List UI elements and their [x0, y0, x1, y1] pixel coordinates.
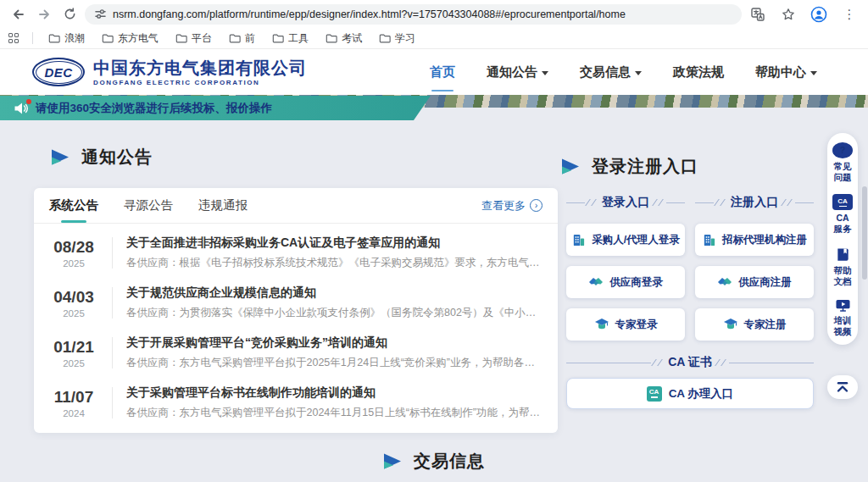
folder-icon — [272, 33, 284, 43]
speaker-icon — [14, 102, 29, 115]
button-label: 供应商注册 — [738, 275, 792, 290]
banner-notice-text: 请使用360安全浏览器进行后续投标、报价操作 — [36, 101, 272, 116]
nav-notices[interactable]: 通知公告 — [487, 64, 548, 80]
back-to-top-button[interactable] — [827, 375, 858, 399]
transactions-section-title: 交易信息 — [0, 450, 868, 473]
bookmark-folder[interactable]: 平台 — [169, 30, 219, 47]
notice-date-md: 08/28 — [49, 238, 98, 257]
tab-violation-reports[interactable]: 违规通报 — [198, 188, 248, 223]
view-more-link[interactable]: 查看更多 › — [481, 198, 542, 213]
training-video-shortcut[interactable]: 培训视频 — [832, 298, 853, 337]
site-settings-icon — [95, 8, 106, 19]
entry-buttons-grid: 采购人/代理人登录 招标代理机构注册 供应商登录 供应商注册 专家登录 专家注册 — [566, 224, 814, 341]
bookmarks-bar: 浪潮 东方电气 平台 前 工具 考试 学习 — [0, 28, 868, 49]
translate-button[interactable] — [748, 4, 768, 25]
quick-access-sidebar: ? 常见问题 CA CA服务 帮助文档 培训视频 — [827, 133, 858, 345]
ca-service-icon: CA — [832, 194, 853, 210]
back-to-top-icon — [836, 381, 849, 393]
shortcut-label: 常见问题 — [832, 161, 853, 183]
tab-system-notices[interactable]: 系统公告 — [49, 188, 98, 223]
notice-row[interactable]: 11/07 2024 关于采购管理平台标书在线制作功能培训的通知 各供应商：东方… — [34, 378, 558, 428]
translate-icon — [751, 8, 765, 21]
bookmark-folder[interactable]: 浪潮 — [42, 30, 92, 47]
button-label: 采购人/代理人登录 — [592, 233, 679, 247]
help-doc-shortcut[interactable]: 帮助文档 — [832, 247, 853, 287]
notices-section-title: 通知公告 — [51, 146, 153, 169]
buyer-agent-login-button[interactable]: 采购人/代理人登录 — [566, 224, 685, 256]
forward-button[interactable] — [34, 4, 54, 25]
button-label: 专家登录 — [615, 318, 658, 332]
button-label: 专家注册 — [744, 318, 787, 332]
shortcut-label: CA服务 — [832, 213, 853, 235]
ca-cert-label: CA 证书 — [668, 355, 712, 370]
back-button[interactable] — [8, 4, 29, 25]
entry-column-headers: 登录入口 注册入口 — [566, 195, 814, 210]
bookmark-folder[interactable]: 学习 — [372, 30, 422, 47]
ca-service-shortcut[interactable]: CA CA服务 — [832, 194, 853, 235]
page-scrollbar[interactable] — [862, 186, 867, 280]
notice-row[interactable]: 01/21 2025 关于开展采购管理平台“竞价采购业务”培训的通知 各供应商：… — [34, 328, 558, 378]
nav-label: 通知公告 — [487, 64, 537, 80]
notice-row[interactable]: 04/03 2025 关于规范供应商企业规模信息的通知 各供应商：为贯彻落实《保… — [34, 278, 558, 328]
ca-apply-button[interactable]: CA CA 办理入口 — [566, 378, 814, 409]
help-doc-icon — [835, 247, 851, 263]
graduation-cap-icon — [594, 318, 609, 331]
tab-sourcing-notices[interactable]: 寻源公告 — [124, 188, 173, 223]
nav-label: 帮助中心 — [755, 64, 806, 80]
nav-policies[interactable]: 政策法规 — [673, 64, 724, 80]
training-video-icon — [835, 298, 851, 313]
supplier-login-button[interactable]: 供应商登录 — [566, 266, 685, 298]
profile-button[interactable] — [809, 4, 829, 25]
bookmark-label: 考试 — [342, 31, 362, 46]
notice-date-md: 11/07 — [49, 388, 98, 407]
handshake-icon — [588, 275, 604, 289]
expert-register-button[interactable]: 专家注册 — [695, 308, 814, 341]
company-name: 中国东方电气集团有限公司 DONGFANG ELECTRIC CORPORATI… — [93, 58, 307, 86]
graduation-cap-icon — [723, 318, 738, 331]
supplier-register-button[interactable]: 供应商注册 — [695, 266, 814, 298]
notice-date-year: 2025 — [49, 308, 98, 319]
section-arrow-icon — [51, 149, 70, 165]
bookmark-label: 工具 — [288, 31, 309, 46]
chrome-menu-button[interactable]: ⋮ — [839, 4, 860, 25]
nav-home[interactable]: 首页 — [430, 64, 455, 80]
notice-date: 11/07 2024 — [49, 388, 98, 418]
nav-help-center[interactable]: 帮助中心 — [755, 64, 817, 80]
chevron-down-icon — [810, 71, 817, 75]
login-section-title: 登录注册入口 — [561, 155, 698, 178]
browser-window: nsrm.dongfang.com/platform/runtime/epp/d… — [0, 0, 868, 482]
reload-button[interactable] — [59, 4, 80, 25]
bookmark-folder[interactable]: 考试 — [319, 30, 369, 47]
bookmark-label: 平台 — [192, 31, 212, 46]
handshake-icon — [717, 275, 732, 289]
bookmark-folder[interactable]: 东方电气 — [95, 30, 165, 47]
divider — [112, 387, 113, 418]
reload-icon — [64, 8, 76, 20]
bookmark-star-button[interactable] — [778, 4, 798, 25]
faq-shortcut[interactable]: ? 常见问题 — [832, 142, 853, 183]
bidding-agency-register-button[interactable]: 招标代理机构注册 — [695, 224, 814, 256]
login-entry-label: 登录入口 — [602, 195, 649, 210]
folder-icon — [326, 33, 337, 43]
bookmark-folder[interactable]: 前 — [222, 30, 262, 47]
folder-icon — [229, 33, 241, 43]
url-text: nsrm.dongfang.com/platform/runtime/epp/d… — [113, 8, 626, 20]
address-bar[interactable]: nsrm.dongfang.com/platform/runtime/epp/d… — [85, 4, 742, 25]
nav-label: 政策法规 — [673, 64, 724, 80]
bookmark-label: 浪潮 — [64, 31, 85, 46]
bookmark-label: 学习 — [395, 31, 415, 46]
notice-title: 关于全面推进非招标采购业务CA认证及电子签章应用的通知 — [126, 235, 542, 251]
folder-icon — [379, 33, 391, 43]
nav-transactions[interactable]: 交易信息 — [580, 64, 642, 80]
nav-label: 首页 — [430, 64, 455, 80]
button-label: 招标代理机构注册 — [722, 233, 807, 247]
expert-login-button[interactable]: 专家登录 — [566, 308, 685, 341]
notice-title: 关于开展采购管理平台“竞价采购业务”培训的通知 — [126, 335, 542, 351]
section-title-text: 通知公告 — [81, 146, 153, 169]
dec-logo: DEC — [32, 58, 85, 86]
apps-grid-icon[interactable] — [8, 33, 19, 43]
bookmark-folder[interactable]: 工具 — [265, 30, 315, 47]
site-header: DEC 中国东方电气集团有限公司 DONGFANG ELECTRIC CORPO… — [0, 49, 868, 95]
notice-row[interactable]: 08/28 2025 关于全面推进非招标采购业务CA认证及电子签章应用的通知 各… — [34, 228, 558, 278]
divider — [32, 32, 33, 44]
